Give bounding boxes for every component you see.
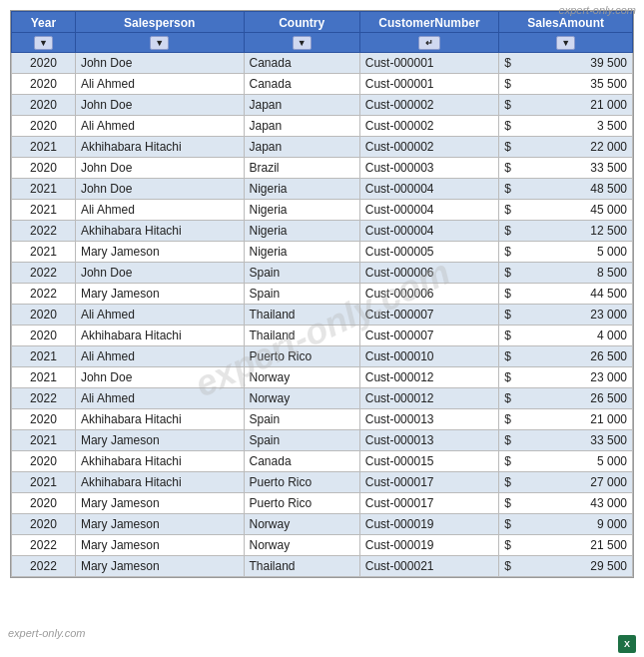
cell-salesamount: $5 000: [499, 451, 633, 472]
cell-customernumber: Cust-000002: [359, 137, 499, 158]
cell-salesperson: Ali Ahmed: [75, 305, 244, 326]
cell-country: Nigeria: [244, 179, 359, 200]
cell-year: 2020: [12, 74, 76, 95]
salesamount-filter-btn[interactable]: ▼: [556, 36, 575, 50]
cell-country: Japan: [244, 95, 359, 116]
table-row: 2022John DoeSpainCust-000006$8 500: [12, 263, 633, 284]
table-row: 2020Mary JamesonPuerto RicoCust-000017$4…: [12, 493, 633, 514]
cell-country: Puerto Rico: [244, 346, 359, 367]
cell-year: 2020: [12, 326, 76, 346]
table-row: 2020Akhihabara HitachiCanadaCust-000015$…: [12, 451, 633, 472]
year-filter-btn[interactable]: ▼: [34, 36, 53, 50]
cell-salesamount: $12 500: [499, 221, 633, 242]
cell-salesamount: $21 500: [499, 535, 633, 556]
cell-country: Thailand: [244, 556, 359, 577]
cell-year: 2022: [12, 221, 76, 242]
cell-salesperson: Mary Jameson: [75, 535, 244, 556]
table-row: 2021Ali AhmedPuerto RicoCust-000010$26 5…: [12, 346, 633, 367]
cell-country: Japan: [244, 137, 359, 158]
cell-salesperson: John Doe: [75, 263, 244, 284]
cell-salesamount: $9 000: [499, 514, 633, 535]
table-row: 2020John DoeJapanCust-000002$21 000: [12, 95, 633, 116]
excel-icon: X: [618, 635, 636, 653]
cell-country: Spain: [244, 263, 359, 284]
cell-year: 2021: [12, 430, 76, 451]
cell-customernumber: Cust-000001: [359, 74, 499, 95]
cell-year: 2022: [12, 284, 76, 305]
col-header-customernumber: CustomerNumber: [359, 12, 499, 33]
cell-salesperson: Akhihabara Hitachi: [75, 409, 244, 430]
cell-customernumber: Cust-000019: [359, 535, 499, 556]
cell-country: Thailand: [244, 305, 359, 326]
cell-customernumber: Cust-000017: [359, 472, 499, 493]
cell-year: 2020: [12, 95, 76, 116]
cell-customernumber: Cust-000002: [359, 95, 499, 116]
table-row: 2020John DoeCanadaCust-000001$39 500: [12, 53, 633, 74]
cell-salesperson: John Doe: [75, 179, 244, 200]
table-row: 2021Akhihabara HitachiPuerto RicoCust-00…: [12, 472, 633, 493]
cell-country: Spain: [244, 409, 359, 430]
data-table: Year Salesperson Country CustomerNumber …: [11, 11, 633, 577]
cell-salesperson: Mary Jameson: [75, 514, 244, 535]
cell-customernumber: Cust-000019: [359, 514, 499, 535]
filter-row: ▼ ▼ ▼ ↵ ▼: [12, 33, 633, 53]
cell-country: Norway: [244, 388, 359, 409]
cell-customernumber: Cust-000004: [359, 179, 499, 200]
cell-customernumber: Cust-000010: [359, 346, 499, 367]
cell-salesperson: John Doe: [75, 95, 244, 116]
cell-salesperson: Ali Ahmed: [75, 346, 244, 367]
table-row: 2021Mary JamesonSpainCust-000013$33 500: [12, 430, 633, 451]
table-row: 2020Akhihabara HitachiSpainCust-000013$2…: [12, 409, 633, 430]
cell-country: Norway: [244, 367, 359, 388]
cell-salesperson: Mary Jameson: [75, 430, 244, 451]
cell-salesamount: $21 000: [499, 409, 633, 430]
cell-salesamount: $4 000: [499, 326, 633, 346]
table-row: 2022Mary JamesonSpainCust-000006$44 500: [12, 284, 633, 305]
table-row: 2022Mary JamesonNorwayCust-000019$21 500: [12, 535, 633, 556]
filter-salesamount[interactable]: ▼: [499, 33, 633, 53]
table-row: 2020Ali AhmedThailandCust-000007$23 000: [12, 305, 633, 326]
cell-country: Nigeria: [244, 242, 359, 263]
table-row: 2021John DoeNorwayCust-000012$23 000: [12, 367, 633, 388]
filter-customernumber[interactable]: ↵: [359, 33, 499, 53]
salesperson-filter-btn[interactable]: ▼: [150, 36, 169, 50]
cell-year: 2020: [12, 451, 76, 472]
cell-salesperson: John Doe: [75, 53, 244, 74]
cell-customernumber: Cust-000021: [359, 556, 499, 577]
table-row: 2021Akhihabara HitachiJapanCust-000002$2…: [12, 137, 633, 158]
cell-country: Norway: [244, 535, 359, 556]
cell-country: Nigeria: [244, 221, 359, 242]
cell-salesamount: $35 500: [499, 74, 633, 95]
cell-salesamount: $22 000: [499, 137, 633, 158]
customernumber-filter-btn[interactable]: ↵: [418, 36, 440, 50]
watermark-top: expert-only.com: [559, 4, 636, 16]
filter-year[interactable]: ▼: [12, 33, 76, 53]
cell-salesperson: Akhihabara Hitachi: [75, 221, 244, 242]
excel-icon-area: X: [618, 635, 636, 653]
cell-salesperson: Ali Ahmed: [75, 116, 244, 137]
table-row: 2020Ali AhmedJapanCust-000002$3 500: [12, 116, 633, 137]
cell-year: 2021: [12, 346, 76, 367]
cell-country: Spain: [244, 430, 359, 451]
cell-salesperson: Mary Jameson: [75, 242, 244, 263]
cell-salesperson: Akhihabara Hitachi: [75, 137, 244, 158]
data-table-container: Year Salesperson Country CustomerNumber …: [10, 10, 634, 578]
cell-salesamount: $43 000: [499, 493, 633, 514]
filter-country[interactable]: ▼: [244, 33, 359, 53]
filter-salesperson[interactable]: ▼: [75, 33, 244, 53]
cell-salesperson: Ali Ahmed: [75, 74, 244, 95]
country-filter-btn[interactable]: ▼: [293, 36, 312, 50]
cell-country: Nigeria: [244, 200, 359, 221]
cell-salesamount: $27 000: [499, 472, 633, 493]
cell-customernumber: Cust-000017: [359, 493, 499, 514]
cell-year: 2020: [12, 514, 76, 535]
cell-country: Spain: [244, 284, 359, 305]
cell-customernumber: Cust-000003: [359, 158, 499, 179]
cell-salesperson: Ali Ahmed: [75, 388, 244, 409]
table-row: 2020John DoeBrazilCust-000003$33 500: [12, 158, 633, 179]
cell-salesamount: $33 500: [499, 430, 633, 451]
cell-salesperson: Akhihabara Hitachi: [75, 472, 244, 493]
cell-customernumber: Cust-000001: [359, 53, 499, 74]
cell-salesamount: $23 000: [499, 305, 633, 326]
cell-year: 2020: [12, 158, 76, 179]
